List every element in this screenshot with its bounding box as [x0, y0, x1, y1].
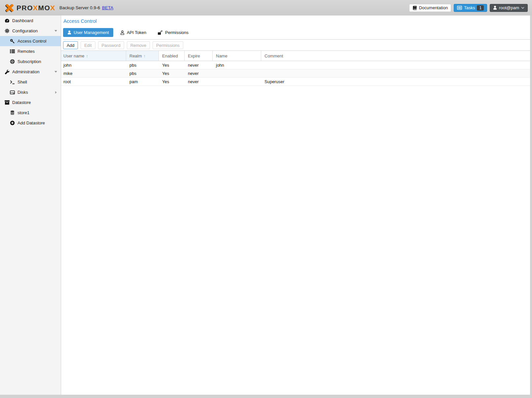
- app-frame: Dashboard Configuration: [0, 16, 530, 395]
- sidebar-item-label: Configuration: [12, 28, 38, 33]
- documentation-button[interactable]: Documentation: [409, 4, 451, 12]
- cell-enabled: Yes: [159, 71, 185, 76]
- wordmark-seg: X: [33, 4, 38, 12]
- sidebar-item-add-datastore[interactable]: Add Datastore: [0, 118, 61, 128]
- dashboard-icon: [4, 18, 10, 23]
- cell-realm: pbs: [126, 63, 159, 68]
- user-menu-button[interactable]: root@pam: [490, 4, 528, 12]
- cell-expire: never: [185, 71, 213, 76]
- column-header-expire[interactable]: Expire: [185, 51, 213, 61]
- sidebar-item-label: Subscription: [18, 59, 41, 64]
- column-label: Expire: [188, 53, 200, 58]
- cell-realm: pbs: [126, 71, 159, 76]
- tab-label: Permissions: [165, 30, 189, 35]
- cell-comment: Superuser: [261, 79, 530, 84]
- tasks-button[interactable]: Tasks 1: [454, 4, 487, 12]
- sidebar-item-label: Datastore: [12, 100, 31, 105]
- sidebar-item-store1[interactable]: store1: [0, 108, 61, 118]
- table-row[interactable]: mike pbs Yes never: [61, 69, 530, 78]
- sidebar-item-label: Dashboard: [12, 18, 33, 23]
- collapse-caret-icon[interactable]: [54, 30, 57, 32]
- sidebar-item-label: Disks: [18, 90, 28, 95]
- tasks-count-badge: 1: [477, 5, 484, 11]
- proxmox-logo: PROXMOX: [4, 3, 55, 13]
- archive-box-icon: [4, 100, 10, 105]
- users-table: User name ↑ Realm ↑ Enabled Expire Name: [61, 50, 530, 86]
- top-bar-actions: Documentation Tasks 1 root@pam: [409, 4, 528, 12]
- cell-realm: pam: [126, 79, 159, 84]
- plus-circle-icon: [9, 120, 15, 125]
- cell-expire: never: [185, 79, 213, 84]
- page-title: Access Control: [63, 18, 530, 24]
- sidebar-item-label: Add Datastore: [18, 120, 45, 125]
- column-header-enabled[interactable]: Enabled: [159, 51, 185, 61]
- book-icon: [412, 6, 417, 10]
- sidebar-item-label: Administration: [12, 69, 39, 74]
- table-header-row: User name ↑ Realm ↑ Enabled Expire Name: [61, 51, 530, 61]
- sidebar-item-configuration[interactable]: Configuration: [0, 26, 61, 36]
- remove-button[interactable]: Remove: [127, 41, 150, 49]
- column-label: Realm: [129, 53, 142, 58]
- cell-expire: never: [185, 63, 213, 68]
- column-label: Name: [216, 53, 228, 58]
- password-button[interactable]: Password: [98, 41, 124, 49]
- chevron-down-icon: [521, 7, 524, 9]
- task-list-icon: [457, 6, 462, 10]
- sidebar-item-administration[interactable]: Administration: [0, 67, 61, 77]
- collapse-caret-icon[interactable]: [54, 71, 57, 73]
- list-icon: [9, 49, 15, 53]
- top-bar: PROXMOX Backup Server 0.9-6 BETA Documen…: [0, 0, 532, 16]
- expand-caret-icon[interactable]: [55, 91, 57, 94]
- sidebar-item-label: Shell: [18, 80, 27, 84]
- cell-name: john: [213, 63, 261, 68]
- cell-enabled: Yes: [159, 63, 185, 68]
- sidebar-item-datastore[interactable]: Datastore: [0, 97, 61, 108]
- sidebar-item-shell[interactable]: Shell: [0, 77, 61, 87]
- terminal-icon: [9, 80, 15, 84]
- column-header-comment[interactable]: Comment: [261, 51, 530, 61]
- cell-enabled: Yes: [159, 79, 185, 84]
- wordmark-seg: PRO: [17, 4, 33, 12]
- column-label: Comment: [265, 53, 283, 58]
- gear-icon: [4, 28, 10, 33]
- unlock-icon: [158, 30, 163, 35]
- sidebar: Dashboard Configuration: [0, 16, 61, 395]
- wordmark-seg: MO: [38, 4, 51, 12]
- column-header-realm[interactable]: Realm ↑: [126, 51, 159, 61]
- tab-label: API Token: [127, 30, 146, 35]
- beta-link[interactable]: BETA: [102, 5, 113, 10]
- sidebar-item-remotes[interactable]: Remotes: [0, 46, 61, 56]
- key-icon: [9, 39, 15, 44]
- tab-user-management[interactable]: User Management: [63, 28, 113, 37]
- column-header-user-name[interactable]: User name ↑: [61, 51, 126, 61]
- proxmox-wordmark: PROXMOX: [17, 4, 55, 12]
- column-header-name[interactable]: Name: [213, 51, 261, 61]
- user-icon: [493, 6, 497, 10]
- sort-asc-icon: ↑: [86, 53, 89, 58]
- hard-disk-icon: [9, 90, 15, 94]
- documentation-label: Documentation: [419, 5, 448, 10]
- wordmark-seg: X: [50, 4, 55, 12]
- proxmox-x-icon: [4, 3, 15, 13]
- sidebar-item-label: Access Control: [18, 39, 46, 44]
- column-label: User name: [63, 53, 85, 58]
- tab-label: User Management: [74, 30, 109, 35]
- sidebar-item-dashboard[interactable]: Dashboard: [0, 16, 61, 26]
- cell-user-name: root: [61, 79, 126, 84]
- tab-permissions[interactable]: Permissions: [153, 28, 193, 37]
- toolbar: Add Edit Password Remove Permissions: [61, 40, 530, 50]
- sidebar-item-access-control[interactable]: Access Control: [0, 36, 61, 46]
- permissions-button[interactable]: Permissions: [153, 41, 183, 49]
- add-button[interactable]: Add: [63, 41, 78, 49]
- sort-asc-icon: ↑: [144, 53, 146, 58]
- sidebar-item-disks[interactable]: Disks: [0, 87, 61, 97]
- table-row[interactable]: root pam Yes never Superuser: [61, 78, 530, 86]
- wrench-icon: [4, 70, 10, 74]
- tab-strip: User Management API Token: [63, 28, 530, 40]
- table-row[interactable]: john pbs Yes never john: [61, 61, 530, 69]
- column-label: Enabled: [162, 53, 178, 58]
- tab-api-token[interactable]: API Token: [116, 28, 151, 37]
- edit-button[interactable]: Edit: [81, 41, 95, 49]
- sidebar-item-label: Remotes: [18, 49, 35, 54]
- sidebar-item-subscription[interactable]: Subscription: [0, 56, 61, 67]
